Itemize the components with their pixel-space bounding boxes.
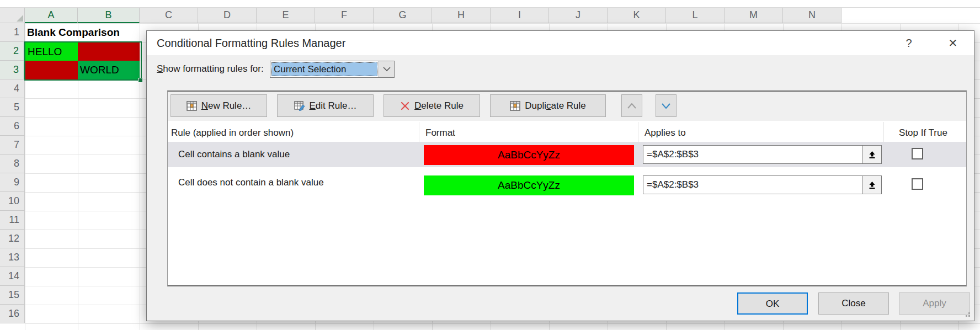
collapse-range-button-1[interactable] [862,145,882,164]
chevron-up-icon [627,103,636,109]
new-rule-button[interactable]: New Rule… [171,94,267,117]
resize-grip[interactable] [963,310,970,317]
row-header-2[interactable]: 2 [0,42,25,61]
collapse-range-button-2[interactable] [862,175,882,194]
apply-button[interactable]: Apply [899,292,970,315]
move-rule-down-button[interactable] [656,94,677,117]
rule-name: Cell does not contain a blank value [178,167,324,198]
edit-rule-pencil-icon [294,101,305,111]
show-rules-dropdown-value[interactable]: Current Selection [271,62,377,76]
stop-if-true-checkbox-1[interactable] [912,148,923,159]
show-rules-dropdown-arrow[interactable] [379,61,394,77]
show-rules-label-rest: how formatting rules for: [163,63,263,74]
column-header-B[interactable]: B [78,8,140,23]
row-header-11[interactable]: 11 [0,211,25,230]
edit-rule-label: Edit Rule… [310,100,357,111]
cell-B3[interactable]: WORLD [78,61,140,79]
column-header-D[interactable]: D [198,8,257,23]
show-rules-label: Show formatting rules for: [157,63,264,74]
row-header-9[interactable]: 9 [0,173,25,192]
chevron-down-icon [383,67,391,72]
delete-x-icon [400,101,410,111]
cell-B2[interactable] [78,42,140,61]
row-header-3[interactable]: 3 [0,61,25,79]
column-header-L[interactable]: L [666,8,725,23]
column-divider [638,122,638,143]
move-rule-up-button[interactable] [621,94,642,117]
new-rule-grid-icon [187,101,197,111]
screen: ABCDEFGHIJKLMN12345678910111213141516 Bl… [0,0,980,330]
row-header-12[interactable]: 12 [0,230,25,248]
column-header-E[interactable]: E [257,8,315,23]
row-header-15[interactable]: 15 [0,286,25,305]
format-preview-green: AaBbCcYyZz [424,175,634,195]
column-header-stop-if-true: Stop If True [887,125,959,141]
row-header-7[interactable]: 7 [0,136,25,155]
help-button[interactable]: ? [901,35,917,51]
duplicate-rule-button[interactable]: Duplicate Rule [490,94,606,117]
conditional-formatting-rules-manager-dialog: Conditional Formatting Rules Manager ? ✕… [146,30,974,321]
delete-rule-button[interactable]: Delete Rule [384,94,480,117]
range-select-arrow-icon [868,151,876,159]
column-header-H[interactable]: H [432,8,491,23]
row-header-4[interactable]: 4 [0,79,25,98]
applies-to-input-2[interactable]: =$A$2:$B$3 [643,175,862,194]
row-header-16[interactable]: 16 [0,305,25,323]
column-divider [883,122,884,143]
chevron-down-icon [662,103,670,109]
edit-rule-button[interactable]: Edit Rule… [277,94,374,117]
duplicate-rule-label: Duplicate Rule [525,100,586,111]
cell-A2[interactable]: HELLO [25,42,78,61]
row-header-5[interactable]: 5 [0,98,25,117]
format-preview-red: AaBbCcYyZz [424,145,634,165]
column-header-C[interactable]: C [140,8,198,23]
column-header-N[interactable]: N [783,8,841,23]
row-header-1[interactable]: 1 [0,23,25,42]
rule-name: Cell contains a blank value [178,142,290,167]
row-header-10[interactable]: 10 [0,192,25,211]
applies-to-input-1[interactable]: =$A$2:$B$3 [643,145,862,164]
column-header-G[interactable]: G [374,8,432,23]
column-header-A[interactable]: A [25,8,78,23]
cell-A3[interactable] [25,61,78,79]
column-header-format: Format [425,125,455,141]
show-rules-dropdown[interactable]: Current Selection [270,61,395,78]
formula-bar-edge [0,0,980,8]
select-all-corner[interactable] [0,8,25,23]
row-header-13[interactable]: 13 [0,248,25,267]
rules-panel: New Rule… Edit Rule… Delete Rule [167,91,967,286]
close-button[interactable]: Close [818,292,889,315]
column-header-M[interactable]: M [725,8,783,23]
row-header-6[interactable]: 6 [0,117,25,136]
column-header-rule: Rule (applied in order shown) [171,125,294,141]
fill-handle[interactable] [138,78,143,83]
show-rules-label-key: S [157,63,163,74]
column-header-J[interactable]: J [549,8,608,23]
close-dialog-button[interactable]: ✕ [945,35,961,51]
column-header-F[interactable]: F [315,8,374,23]
new-rule-label: New Rule… [201,100,252,111]
column-header-K[interactable]: K [608,8,666,23]
dialog-title: Conditional Formatting Rules Manager [157,37,345,50]
duplicate-grid-icon [510,101,520,111]
row-header-14[interactable]: 14 [0,267,25,286]
ok-button[interactable]: OK [737,292,808,315]
stop-if-true-checkbox-2[interactable] [912,178,923,190]
column-divider [419,122,419,143]
column-header-I[interactable]: I [491,8,549,23]
row-header-8[interactable]: 8 [0,155,25,173]
range-select-arrow-icon [868,181,876,189]
delete-rule-label: Delete Rule [414,100,464,111]
column-header-applies-to: Applies to [645,125,686,141]
